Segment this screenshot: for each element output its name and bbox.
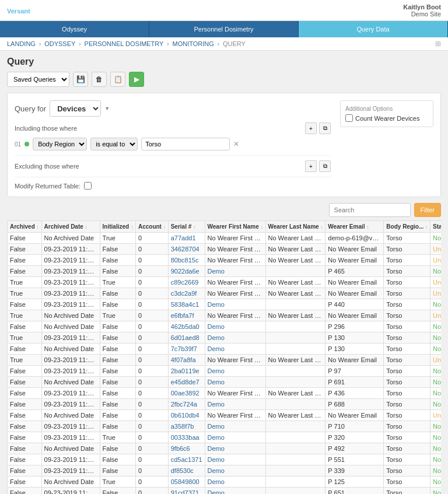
- table-cell: 0: [135, 299, 168, 310]
- col-initialized[interactable]: Initialized ↕: [100, 221, 135, 233]
- query-for-select[interactable]: Devices: [50, 100, 101, 117]
- breadcrumb-bar: LANDING › ODYSSEY › PERSONNEL DOSIMETRY …: [0, 37, 448, 51]
- wearer-first-link[interactable]: Demo: [208, 301, 225, 308]
- modify-checkbox[interactable]: [84, 182, 92, 190]
- wearer-first-link[interactable]: Demo: [208, 345, 225, 352]
- status-value: Untracked: [433, 257, 441, 264]
- status-value: Untracked: [433, 356, 441, 363]
- table-row: False09-23-2019 11:34 AMFalse034628704No…: [8, 244, 442, 255]
- table-cell: 9fb6c6: [168, 443, 205, 454]
- serial-link[interactable]: 6d01aed8: [171, 334, 200, 341]
- serial-link[interactable]: e6fbfa7f: [171, 312, 194, 319]
- wearer-first-link[interactable]: Demo: [208, 456, 225, 463]
- table-row: FalseNo Archived DateTrue005849800DemoP …: [8, 477, 442, 488]
- serial-link[interactable]: df8530c: [171, 467, 194, 474]
- col-status[interactable]: Status ↕: [430, 221, 441, 233]
- wearer-first-link[interactable]: Demo: [208, 434, 225, 441]
- saved-queries-select[interactable]: Saved Queries: [7, 72, 69, 87]
- table-cell: Normal: [430, 454, 441, 465]
- save-button[interactable]: 💾: [73, 72, 88, 87]
- serial-link[interactable]: 9fb6c6: [171, 445, 190, 452]
- wearer-first-link[interactable]: Demo: [208, 323, 225, 330]
- serial-link[interactable]: 80bc815c: [171, 257, 199, 264]
- serial-link[interactable]: 91cd7371: [171, 489, 199, 494]
- table-cell: No Wearer Last Name: [265, 355, 326, 366]
- breadcrumb-landing[interactable]: LANDING: [7, 40, 36, 47]
- serial-link[interactable]: e45d8de7: [171, 379, 200, 386]
- run-button[interactable]: ▶: [129, 72, 144, 87]
- search-input[interactable]: [329, 203, 411, 217]
- table-cell: P 130: [326, 332, 384, 344]
- serial-link[interactable]: 00ae3892: [171, 390, 200, 397]
- wearer-first-link[interactable]: Demo: [208, 445, 225, 452]
- table-cell: Demo: [205, 321, 265, 332]
- serial-link[interactable]: 9022da6e: [171, 268, 200, 275]
- including-copy-btn[interactable]: ⧉: [319, 122, 331, 134]
- col-account[interactable]: Account ↕: [135, 221, 168, 233]
- serial-link[interactable]: 4f07a8fa: [171, 356, 196, 363]
- breadcrumb-monitoring[interactable]: MONITORING: [173, 40, 214, 47]
- wearer-first-link[interactable]: Demo: [208, 379, 225, 386]
- filter-operator-select[interactable]: is equal to: [90, 138, 138, 150]
- filter-field-select[interactable]: Body Region: [33, 138, 87, 150]
- filter-value-input[interactable]: [141, 138, 230, 150]
- table-cell: No Wearer First Name: [205, 255, 265, 266]
- nav-personnel-dosimetry[interactable]: Personnel Dosimetry: [149, 21, 299, 37]
- filter-button[interactable]: Filter: [414, 203, 441, 217]
- wearer-first-link[interactable]: Demo: [208, 334, 225, 341]
- serial-link[interactable]: 7c7b39f7: [171, 345, 197, 352]
- table-cell: False: [8, 377, 42, 388]
- serial-link[interactable]: 462b5da0: [171, 323, 200, 330]
- table-cell: P 339: [326, 465, 384, 477]
- excluding-label: Excluding those where: [15, 163, 79, 170]
- wearer-first-link[interactable]: Demo: [208, 423, 225, 430]
- table-cell: False: [100, 299, 135, 310]
- wearer-first-link[interactable]: Demo: [208, 489, 225, 494]
- including-add-btn[interactable]: +: [305, 122, 317, 134]
- delete-button[interactable]: 🗑: [92, 72, 107, 87]
- nav-query-data[interactable]: Query Data: [299, 21, 448, 37]
- serial-link[interactable]: 2fbc724a: [171, 401, 197, 408]
- col-archived[interactable]: Archived ↕: [8, 221, 42, 233]
- serial-link[interactable]: 5838a4c1: [171, 301, 199, 308]
- serial-link[interactable]: c3dc2a9f: [171, 290, 197, 297]
- serial-link[interactable]: a77add1: [171, 234, 196, 241]
- table-cell: Torso: [384, 344, 430, 355]
- col-archived-date[interactable]: Archived Date ↕: [41, 221, 100, 233]
- wearer-first-link[interactable]: Demo: [208, 478, 225, 485]
- breadcrumb-odyssey[interactable]: ODYSSEY: [44, 40, 75, 47]
- table-cell: No Archived Date: [41, 321, 100, 332]
- table-cell: No Wearer Email: [326, 288, 384, 299]
- copy-button[interactable]: 📋: [110, 72, 125, 87]
- col-wearer-email[interactable]: Wearer Email ↕: [326, 221, 384, 233]
- wearer-first-link[interactable]: Demo: [208, 401, 225, 408]
- table-cell: Torso: [384, 310, 430, 321]
- col-wearer-first-name[interactable]: Wearer First Name ↕: [205, 221, 265, 233]
- table-cell: Demo: [205, 266, 265, 277]
- wearer-first-link[interactable]: Demo: [208, 268, 225, 275]
- excluding-add-btn[interactable]: +: [305, 160, 317, 172]
- serial-link[interactable]: 34628704: [171, 246, 200, 253]
- serial-link[interactable]: 0b610db4: [171, 412, 200, 419]
- serial-link[interactable]: cd5ac1371: [171, 456, 202, 463]
- table-cell: [265, 477, 326, 488]
- filter-clear-btn[interactable]: ✕: [233, 140, 239, 148]
- serial-link[interactable]: 00333baa: [171, 434, 200, 441]
- serial-link[interactable]: c89c2669: [171, 279, 199, 286]
- nav-odyssey[interactable]: Odyssey: [0, 21, 149, 37]
- col-wearer-last-name[interactable]: Wearer Last Name ↕: [265, 221, 326, 233]
- excluding-copy-btn[interactable]: ⧉: [319, 160, 331, 172]
- table-cell: 0: [135, 255, 168, 266]
- table-cell: P 465: [326, 266, 384, 277]
- table-cell: 09-23-2019 11:35 AM: [41, 255, 100, 266]
- count-wearer-devices-checkbox[interactable]: [345, 114, 353, 122]
- serial-link[interactable]: a358f7b: [171, 423, 194, 430]
- col-body-region[interactable]: Body Regio... ↕: [384, 221, 430, 233]
- table-row: False09-23-2019 11:34 AMFalse02ba0119eDe…: [8, 366, 442, 377]
- serial-link[interactable]: 2ba0119e: [171, 367, 200, 374]
- breadcrumb-personnel-dosimetry[interactable]: PERSONNEL DOSIMETRY: [85, 40, 164, 47]
- col-serial[interactable]: Serial # ↕: [168, 221, 205, 233]
- wearer-first-link[interactable]: Demo: [208, 467, 225, 474]
- wearer-first-link[interactable]: Demo: [208, 367, 225, 374]
- serial-link[interactable]: 05849800: [171, 478, 200, 485]
